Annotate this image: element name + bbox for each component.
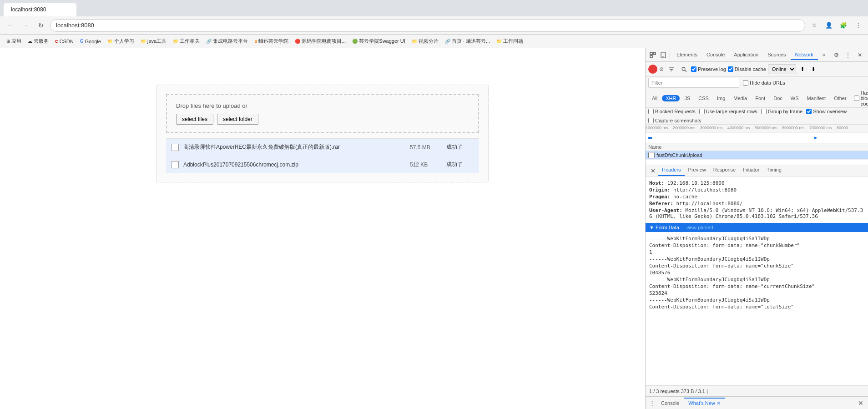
bookmark-java[interactable]: 📁 java工具 [138, 37, 169, 45]
bookmark-swagger[interactable]: 🟢 芸云学院Swagger UI [349, 37, 408, 45]
tab-more[interactable]: » [818, 50, 830, 60]
devtools-options-button[interactable]: ⋮ [647, 399, 656, 408]
bookmark-google[interactable]: G Google [77, 38, 104, 45]
bookmark-school[interactable]: S 蛐迅芸云学院 [252, 37, 291, 45]
forward-button[interactable]: → [19, 19, 32, 32]
capture-screenshots-checkbox[interactable] [648, 118, 654, 123]
blocked-requests-checkbox[interactable] [648, 109, 654, 114]
bookmark-cloud[interactable]: ☁ 云服务 [25, 37, 51, 45]
request-row-1[interactable]: fastDfsChunkUpload [646, 151, 868, 160]
upload-btn[interactable]: ⬆ [798, 65, 807, 74]
clear-button[interactable]: ⊘ [659, 66, 664, 72]
filter-all[interactable]: All [648, 95, 661, 101]
filter-img[interactable]: Img [713, 95, 729, 101]
filter-media[interactable]: Media [730, 95, 751, 101]
hide-data-urls-checkbox[interactable] [743, 80, 748, 86]
bottom-tab-console[interactable]: Console [656, 399, 684, 408]
filter-ws[interactable]: WS [787, 95, 802, 101]
tab-application[interactable]: Application [729, 50, 763, 60]
bookmark-home[interactable]: 🔗 首页 · 蛐迅芸云... [442, 37, 493, 45]
filter-manifest[interactable]: Manifest [803, 95, 830, 101]
file-checkbox-1[interactable] [172, 144, 179, 151]
devtools-inspect-button[interactable] [648, 50, 658, 61]
group-by-frame-checkbox[interactable] [761, 109, 767, 114]
back-button[interactable]: ← [4, 19, 16, 32]
tab-elements[interactable]: Elements [672, 50, 702, 60]
throttle-select[interactable]: Online [768, 64, 796, 74]
view-parsed-link[interactable]: view parsed [686, 225, 713, 230]
filter-font[interactable]: Font [752, 95, 769, 101]
detail-close-x[interactable]: ✕ [647, 165, 658, 176]
bookmark-star-icon[interactable]: ☆ [808, 19, 821, 32]
search-button[interactable] [678, 64, 689, 75]
capture-screenshots-label[interactable]: Capture screenshots [648, 118, 701, 123]
download-btn[interactable]: ⬇ [809, 65, 818, 74]
preserve-log-label[interactable]: Preserve log [691, 66, 726, 72]
select-folder-button[interactable]: select folder [217, 114, 258, 125]
ecommerce-icon: 🔴 [295, 39, 300, 44]
bottom-tab-whats-new[interactable]: What's New ✕ [684, 398, 725, 408]
tab-initiator[interactable]: Initiator [739, 165, 763, 176]
browser-tab[interactable]: localhost:8080 [4, 3, 76, 16]
bookmark-csdn[interactable]: C CSDN [52, 38, 76, 45]
timeline-bar-2 [814, 137, 817, 139]
hide-data-urls-label[interactable]: Hide data URLs [743, 80, 785, 86]
toolbar-separator [670, 51, 670, 59]
filter-input[interactable] [648, 78, 739, 88]
bookmark-circuit[interactable]: 🔗 集成电路云平台 [203, 37, 251, 45]
tab-sources[interactable]: Sources [763, 50, 790, 60]
blocked-cookies-checkbox[interactable] [854, 96, 859, 101]
request-list-header: Name [646, 143, 868, 151]
disable-cache-label[interactable]: Disable cache [728, 66, 766, 72]
page-area: Drop files here to upload or select file… [0, 48, 645, 409]
tab-timing[interactable]: Timing [763, 165, 785, 176]
file-checkbox-2[interactable] [172, 161, 179, 168]
apps-icon: ⊞ [6, 39, 10, 44]
disable-cache-checkbox[interactable] [728, 66, 733, 72]
devtools-close-button[interactable]: ✕ [854, 50, 865, 61]
filter-icon-button[interactable] [666, 64, 676, 75]
select-files-button[interactable]: select files [176, 114, 213, 125]
bookmark-apps[interactable]: ⊞ 应用 [4, 37, 24, 45]
tab-preview[interactable]: Preview [685, 165, 710, 176]
blocked-requests-label[interactable]: Blocked Requests [648, 109, 696, 114]
tab-response[interactable]: Response [710, 165, 740, 176]
tick-5: 5000000 ms [755, 126, 777, 130]
filter-css[interactable]: CSS [695, 95, 712, 101]
devtools-bottom-close[interactable]: ✕ [855, 399, 866, 408]
extension-icon[interactable]: 🧩 [837, 19, 850, 32]
filter-doc[interactable]: Doc [770, 95, 786, 101]
bookmark-study[interactable]: 📁 个人学习 [105, 37, 137, 45]
show-overview-checkbox[interactable] [806, 109, 812, 114]
headers-content: Host: 192.168.10.125:8000 Origin: http:/… [646, 177, 868, 223]
large-rows-label[interactable]: Use large request rows [699, 109, 757, 114]
record-button[interactable] [648, 65, 657, 74]
bookmark-google-label: Google [85, 39, 101, 44]
bookmark-work[interactable]: 📁 工作相关 [170, 37, 202, 45]
devtools-dots-button[interactable]: ⋮ [843, 50, 853, 61]
show-overview-label[interactable]: Show overview [806, 109, 847, 114]
preserve-log-checkbox[interactable] [691, 66, 696, 72]
reload-button[interactable]: ↻ [35, 19, 47, 32]
devtools-device-button[interactable] [659, 50, 668, 61]
blocked-cookies-label[interactable]: Has blocked cookies [854, 90, 868, 106]
form-data-section[interactable]: ▼ Form Data view parsed [646, 223, 868, 232]
request-checkbox-1[interactable] [648, 152, 655, 158]
url-bar[interactable]: localhost:8080 [50, 19, 805, 32]
bookmark-video[interactable]: 📁 视频分片 [409, 37, 441, 45]
bookmark-ecommerce[interactable]: 🔴 源码学院电商项目... [292, 37, 348, 45]
group-by-frame-text: Group by frame [768, 109, 802, 114]
tab-headers[interactable]: Headers [658, 165, 685, 176]
bookmark-workissue[interactable]: 📁 工作问题 [494, 37, 526, 45]
tab-network[interactable]: Network [791, 50, 818, 60]
filter-xhr[interactable]: XHR [662, 95, 680, 101]
account-icon[interactable]: 👤 [823, 19, 835, 32]
filter-js[interactable]: JS [681, 95, 694, 101]
devtools-settings-button[interactable]: ⚙ [831, 50, 842, 61]
filter-other[interactable]: Other [830, 95, 850, 101]
drop-zone[interactable]: Drop files here to upload or select file… [166, 94, 479, 133]
menu-icon[interactable]: ⋮ [852, 19, 864, 32]
group-by-frame-label[interactable]: Group by frame [761, 109, 802, 114]
large-rows-checkbox[interactable] [699, 109, 705, 114]
tab-console[interactable]: Console [702, 50, 729, 60]
